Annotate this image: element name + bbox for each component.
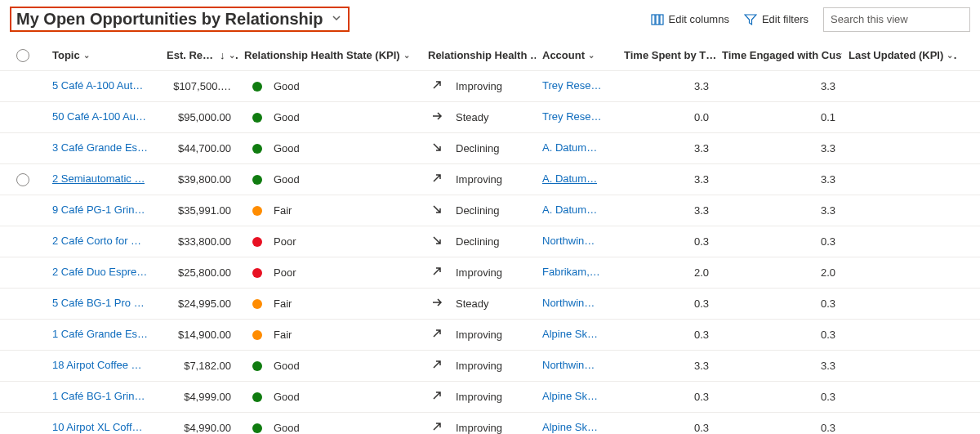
columns-icon — [651, 13, 664, 26]
health-dot-icon — [252, 299, 262, 309]
edit-columns-label: Edit columns — [669, 13, 729, 25]
search-input[interactable] — [831, 13, 968, 25]
table-row[interactable]: 5 Café BG-1 Pro …$24,995.00FairSteadyNor… — [0, 289, 980, 320]
col-health-state[interactable]: Relationship Health State (KPI)⌄ — [244, 49, 410, 61]
revenue-cell: $107,500.… — [160, 80, 238, 92]
table-row[interactable]: 1 Café BG-1 Grin…$4,999.00GoodImprovingA… — [0, 382, 980, 413]
topic-link[interactable]: 9 Café PG-1 Grin… — [52, 204, 145, 216]
time-engaged-cell: 0.3 — [715, 329, 842, 341]
revenue-cell: $14,900.00 — [160, 329, 238, 341]
account-link[interactable]: Trey Rese… — [542, 110, 601, 123]
view-picker[interactable]: My Open Opportunities by Relationship — [10, 7, 350, 32]
edit-filters-button[interactable]: Edit filters — [744, 13, 808, 26]
account-link[interactable]: Northwin… — [542, 235, 595, 247]
topic-link[interactable]: 50 Café A-100 Au… — [52, 110, 146, 123]
health-state-text: Fair — [274, 329, 292, 341]
account-link[interactable]: A. Datum… — [542, 141, 597, 154]
revenue-cell: $35,991.00 — [160, 204, 238, 217]
account-link[interactable]: Alpine Sk… — [542, 328, 598, 340]
trend-down-icon — [431, 141, 443, 155]
trend-text: Improving — [456, 329, 502, 341]
health-dot-icon — [252, 423, 262, 433]
col-account[interactable]: Account⌄ — [542, 49, 595, 61]
topic-link[interactable]: 1 Café BG-1 Grin… — [52, 390, 145, 402]
health-state-text: Fair — [274, 298, 292, 310]
trend-text: Steady — [456, 111, 488, 123]
trend-text: Improving — [456, 80, 502, 92]
time-engaged-cell: 0.3 — [715, 391, 842, 403]
trend-text: Declining — [456, 204, 499, 217]
chevron-down-icon: ⌄ — [83, 51, 90, 60]
table-row[interactable]: 2 Semiautomatic …$39,800.00GoodImproving… — [0, 164, 980, 195]
table-row[interactable]: 5 Café A-100 Aut…$107,500.…GoodImproving… — [0, 71, 980, 102]
topic-link[interactable]: 5 Café BG-1 Pro … — [52, 297, 145, 309]
account-link[interactable]: Northwin… — [542, 297, 595, 309]
chevron-down-icon: ⌄ — [229, 51, 235, 60]
col-time-spent[interactable]: Time Spent by T…⌄ — [624, 49, 715, 61]
account-link[interactable]: A. Datum… — [542, 204, 597, 216]
health-dot-icon — [252, 330, 262, 340]
chevron-down-icon: ⌄ — [588, 51, 595, 60]
account-link[interactable]: A. Datum… — [542, 172, 597, 185]
time-spent-cell: 0.3 — [617, 298, 715, 310]
health-dot-icon — [252, 392, 262, 402]
trend-up-icon — [431, 328, 443, 342]
trend-up-icon — [431, 359, 443, 373]
col-topic[interactable]: Topic⌄ — [52, 49, 90, 61]
topic-link[interactable]: 2 Café Duo Espre… — [52, 266, 147, 278]
chevron-down-icon: ⌄ — [947, 51, 953, 60]
trend-down-icon — [431, 204, 443, 217]
time-engaged-cell: 0.1 — [715, 111, 842, 123]
revenue-cell: $44,700.00 — [160, 142, 238, 154]
edit-filters-label: Edit filters — [762, 13, 808, 25]
table-row[interactable]: 2 Café Duo Espre…$25,800.00PoorImproving… — [0, 257, 980, 289]
health-dot-icon — [252, 268, 262, 278]
topic-link[interactable]: 1 Café Grande Es… — [52, 328, 148, 340]
account-link[interactable]: Alpine Sk… — [542, 390, 598, 402]
topic-link[interactable]: 3 Café Grande Es… — [52, 141, 148, 154]
health-state-text: Poor — [274, 235, 296, 248]
account-link[interactable]: Fabrikam,… — [542, 266, 600, 278]
topic-link[interactable]: 10 Airpot XL Coff… — [52, 421, 143, 433]
search-box[interactable] — [823, 7, 970, 32]
col-revenue[interactable]: Est. Re…↓⌄ — [167, 49, 235, 61]
trend-up-icon — [431, 79, 443, 93]
trend-up-icon — [431, 390, 443, 404]
col-health-trend[interactable]: Relationship Health …⌄ — [428, 49, 536, 61]
health-state-text: Fair — [274, 204, 292, 217]
trend-text: Declining — [456, 235, 499, 248]
revenue-cell: $25,800.00 — [160, 266, 238, 279]
time-engaged-cell: 3.3 — [715, 80, 842, 92]
topic-link[interactable]: 18 Airpot Coffee … — [52, 359, 142, 371]
table-row[interactable]: 50 Café A-100 Au…$95,000.00GoodSteadyTre… — [0, 102, 980, 133]
time-spent-cell: 3.3 — [617, 80, 715, 92]
account-link[interactable]: Alpine Sk… — [542, 421, 598, 433]
table-row[interactable]: 1 Café Grande Es…$14,900.00FairImproving… — [0, 320, 980, 351]
topic-link[interactable]: 2 Semiautomatic … — [52, 172, 145, 185]
health-dot-icon — [252, 144, 262, 154]
topic-link[interactable]: 2 Café Corto for … — [52, 235, 141, 247]
col-time-engaged[interactable]: Time Engaged with Cust…⌄ — [722, 49, 842, 61]
trend-text: Improving — [456, 266, 502, 279]
table-row[interactable]: 3 Café Grande Es…$44,700.00GoodDeclining… — [0, 133, 980, 164]
data-grid: Topic⌄ Est. Re…↓⌄ Relationship Health St… — [0, 40, 980, 434]
radio-icon — [16, 173, 29, 186]
svg-rect-1 — [656, 15, 659, 25]
col-last-updated[interactable]: Last Updated (KPI)⌄ — [849, 49, 953, 61]
edit-columns-button[interactable]: Edit columns — [651, 13, 729, 26]
table-row[interactable]: 2 Café Corto for …$33,800.00PoorDeclinin… — [0, 226, 980, 257]
revenue-cell: $95,000.00 — [160, 111, 238, 123]
account-link[interactable]: Trey Rese… — [542, 79, 601, 92]
time-engaged-cell: 0.3 — [715, 422, 842, 434]
table-row[interactable]: 18 Airpot Coffee …$7,182.00GoodImproving… — [0, 351, 980, 382]
health-dot-icon — [252, 361, 262, 371]
account-link[interactable]: Northwin… — [542, 359, 595, 371]
table-row[interactable]: 9 Café PG-1 Grin…$35,991.00FairDeclining… — [0, 195, 980, 226]
health-state-text: Good — [274, 422, 300, 434]
topic-link[interactable]: 5 Café A-100 Aut… — [52, 79, 143, 92]
row-select[interactable] — [0, 173, 46, 186]
svg-rect-0 — [652, 15, 655, 25]
select-all-cell[interactable] — [0, 49, 46, 62]
table-row[interactable]: 10 Airpot XL Coff…$4,990.00GoodImproving… — [0, 413, 980, 434]
revenue-cell: $4,990.00 — [160, 422, 238, 434]
